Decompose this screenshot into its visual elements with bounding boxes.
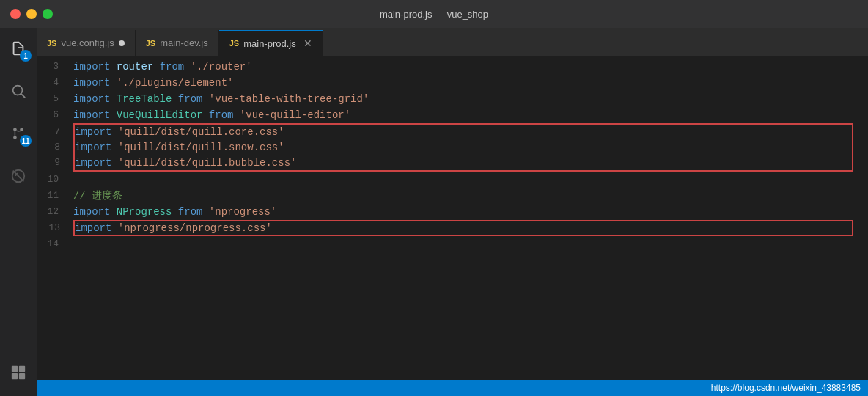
tab-vue-config[interactable]: JS vue.config.js xyxy=(37,30,136,56)
activity-icon-source-control[interactable]: 11 xyxy=(4,119,33,148)
code-line-3: 3 import router from './router' xyxy=(37,59,868,75)
js-icon: JS xyxy=(229,39,239,48)
line-content: import VueQuillEditor from 'vue-quill-ed… xyxy=(73,107,868,123)
line-content: import 'nprogress/nprogress.css' xyxy=(75,220,852,236)
line-number: 10 xyxy=(37,172,73,188)
code-line-11: 11 // 进度条 xyxy=(37,188,868,204)
line-number: 9 xyxy=(38,155,75,171)
line-content: // 进度条 xyxy=(73,188,868,204)
line-content: import router from './router' xyxy=(73,59,868,75)
line-number: 8 xyxy=(38,139,75,155)
editor-area: JS vue.config.js JS main-dev.js JS main-… xyxy=(37,28,868,396)
maximize-button[interactable] xyxy=(43,9,53,19)
code-line-5: 5 import TreeTable from 'vue-table-with-… xyxy=(37,91,868,107)
activity-icon-files[interactable]: 1 xyxy=(4,34,33,63)
tabs-bar: JS vue.config.js JS main-dev.js JS main-… xyxy=(37,28,868,56)
line-number: 7 xyxy=(38,124,75,140)
tab-main-dev[interactable]: JS main-dev.js xyxy=(136,30,219,56)
tab-main-dev-label: main-dev.js xyxy=(160,37,208,48)
js-icon: JS xyxy=(146,39,155,48)
activity-icon-layout[interactable] xyxy=(4,358,33,387)
line-number: 6 xyxy=(37,107,73,123)
line-number: 11 xyxy=(37,188,73,204)
minimize-button[interactable] xyxy=(26,9,37,19)
svg-rect-10 xyxy=(19,373,25,379)
line-content: import './plugins/element' xyxy=(73,75,868,91)
svg-point-2 xyxy=(13,128,17,131)
line-number: 12 xyxy=(37,204,73,220)
statusbar-url: https://blog.csdn.net/weixin_43883485 xyxy=(711,383,861,393)
line-number: 3 xyxy=(37,59,73,75)
code-line-12: 12 import NProgress from 'nprogress' xyxy=(37,204,868,220)
svg-line-6 xyxy=(13,171,24,182)
close-button[interactable] xyxy=(10,9,21,19)
js-icon: JS xyxy=(47,39,56,48)
line-content: import 'quill/dist/quill.core.css' xyxy=(75,124,852,140)
line-content: import 'quill/dist/quill.bubble.css' xyxy=(75,155,852,171)
tab-vue-config-label: vue.config.js xyxy=(61,37,114,48)
svg-rect-9 xyxy=(12,373,18,379)
activity-icon-search[interactable] xyxy=(4,76,33,106)
code-line-8: 8 import 'quill/dist/quill.snow.css' xyxy=(73,139,853,155)
svg-point-0 xyxy=(13,86,23,95)
window-controls xyxy=(10,9,53,19)
line-number: 5 xyxy=(37,91,73,107)
activity-bar: 1 11 xyxy=(0,28,37,396)
code-line-13: 13 import 'nprogress/nprogress.css' xyxy=(73,220,853,236)
code-line-6: 6 import VueQuillEditor from 'vue-quill-… xyxy=(37,107,868,123)
code-line-9: 9 import 'quill/dist/quill.bubble.css' xyxy=(73,155,853,172)
line-content: import 'quill/dist/quill.snow.css' xyxy=(75,139,852,155)
main-layout: 1 11 xyxy=(0,28,868,396)
code-line-4: 4 import './plugins/element' xyxy=(37,75,868,91)
line-content: import TreeTable from 'vue-table-with-tr… xyxy=(73,91,868,107)
tab-main-prod[interactable]: JS main-prod.js ✕ xyxy=(219,30,323,56)
tab-main-prod-label: main-prod.js xyxy=(243,38,296,49)
code-line-10: 10 xyxy=(37,172,868,188)
modified-dot xyxy=(119,40,125,46)
code-editor: 3 import router from './router' 4 import… xyxy=(37,56,868,380)
code-line-7: 7 import 'quill/dist/quill.core.css' xyxy=(73,123,853,139)
line-number: 13 xyxy=(38,220,75,236)
statusbar: https://blog.csdn.net/weixin_43883485 xyxy=(37,380,868,396)
source-control-badge: 11 xyxy=(20,135,32,147)
files-badge: 1 xyxy=(20,50,32,62)
line-content: import NProgress from 'nprogress' xyxy=(73,204,868,220)
titlebar: main-prod.js — vue_shop xyxy=(0,0,868,28)
svg-point-4 xyxy=(13,136,17,139)
line-number: 4 xyxy=(37,75,73,91)
line-number: 14 xyxy=(37,236,73,252)
tab-close-button[interactable]: ✕ xyxy=(304,37,312,49)
svg-rect-7 xyxy=(12,366,18,372)
svg-line-1 xyxy=(21,94,25,98)
activity-icon-extensions[interactable] xyxy=(4,161,33,191)
window-title: main-prod.js — vue_shop xyxy=(380,9,488,20)
svg-rect-8 xyxy=(19,366,25,372)
code-line-14: 14 xyxy=(37,236,868,252)
